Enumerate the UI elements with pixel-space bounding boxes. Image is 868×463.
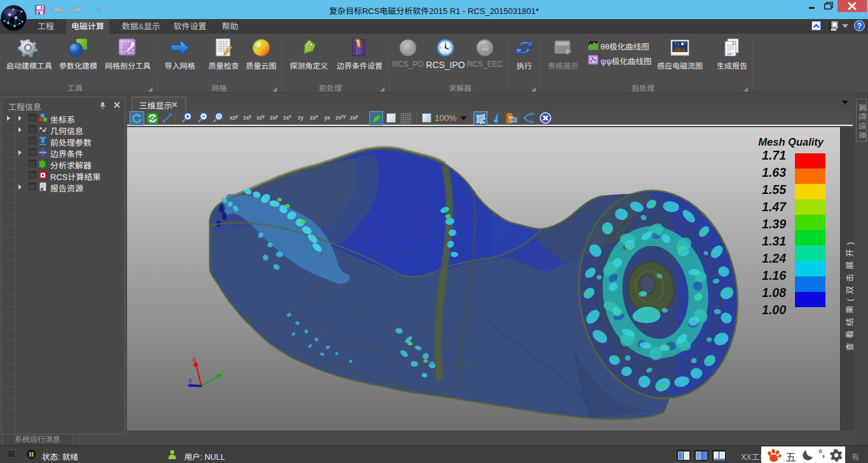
svg-text:1.00: 1.00 xyxy=(762,303,786,317)
svg-text:1.16: 1.16 xyxy=(762,268,786,282)
svg-text:Mesh Quality: Mesh Quality xyxy=(758,136,824,148)
svg-text:1.47: 1.47 xyxy=(762,200,787,214)
svg-text:x: x xyxy=(193,356,196,363)
svg-text:y: y xyxy=(220,368,224,375)
svg-text:1.31: 1.31 xyxy=(762,234,786,248)
svg-text:1.24: 1.24 xyxy=(762,251,786,265)
svg-text:1.08: 1.08 xyxy=(762,286,786,300)
svg-text:z: z xyxy=(189,377,192,384)
svg-text:1.71: 1.71 xyxy=(762,148,786,162)
svg-text:1.39: 1.39 xyxy=(762,217,786,231)
svg-text:1.55: 1.55 xyxy=(762,183,787,197)
svg-text:1.63: 1.63 xyxy=(762,165,786,179)
